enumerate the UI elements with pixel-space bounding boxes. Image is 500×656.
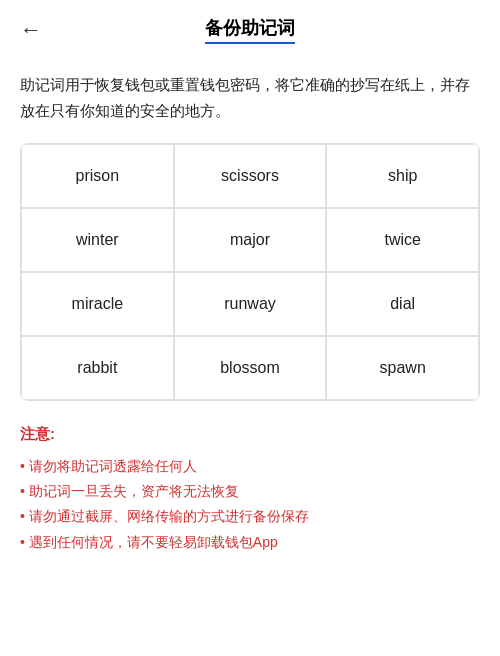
mnemonic-word: blossom [174, 336, 327, 400]
back-button[interactable]: ← [20, 17, 42, 43]
back-icon: ← [20, 17, 42, 43]
notice-list: 请勿将助记词透露给任何人助记词一旦丢失，资产将无法恢复请勿通过截屏、网络传输的方… [20, 454, 480, 555]
mnemonic-word: scissors [174, 144, 327, 208]
mnemonic-word: dial [326, 272, 479, 336]
notice-item: 遇到任何情况，请不要轻易卸载钱包App [20, 530, 480, 555]
mnemonic-word: ship [326, 144, 479, 208]
notice-section: 注意: 请勿将助记词透露给任何人助记词一旦丢失，资产将无法恢复请勿通过截屏、网络… [0, 401, 500, 575]
mnemonic-word: rabbit [21, 336, 174, 400]
mnemonic-word: prison [21, 144, 174, 208]
header: ← 备份助记词 [0, 0, 500, 60]
mnemonic-word: major [174, 208, 327, 272]
mnemonic-word: miracle [21, 272, 174, 336]
mnemonic-word: spawn [326, 336, 479, 400]
mnemonic-grid: prisonscissorsshipwintermajortwicemiracl… [21, 144, 479, 400]
mnemonic-word: runway [174, 272, 327, 336]
description-text: 助记词用于恢复钱包或重置钱包密码，将它准确的抄写在纸上，并存放在只有你知道的安全… [0, 60, 500, 143]
notice-item: 请勿通过截屏、网络传输的方式进行备份保存 [20, 504, 480, 529]
mnemonic-grid-container: prisonscissorsshipwintermajortwicemiracl… [20, 143, 480, 401]
notice-item: 助记词一旦丢失，资产将无法恢复 [20, 479, 480, 504]
notice-item: 请勿将助记词透露给任何人 [20, 454, 480, 479]
page-title: 备份助记词 [205, 16, 295, 44]
mnemonic-word: winter [21, 208, 174, 272]
mnemonic-word: twice [326, 208, 479, 272]
notice-title: 注意: [20, 425, 480, 444]
